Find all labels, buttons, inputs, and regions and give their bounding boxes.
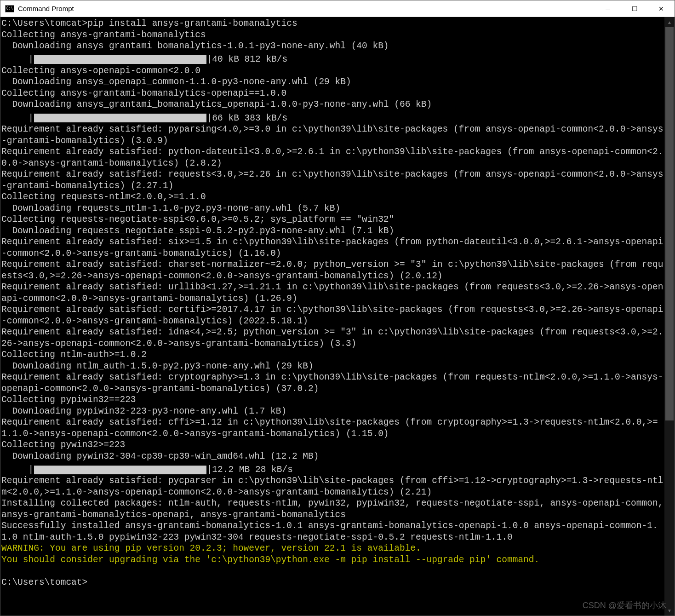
output-line: Requirement already satisfied: charset-n… [1, 259, 663, 281]
output-line: Downloading requests_ntlm-1.1.0-py2.py3-… [1, 203, 340, 213]
warning-line: WARNING: You are using pip version 20.2.… [1, 543, 421, 553]
output-line: Requirement already satisfied: cryptogra… [1, 372, 663, 394]
output-line: Collecting ansys-openapi-common<2.0.0 [1, 66, 200, 76]
output-line: Requirement already satisfied: six>=1.5 … [1, 237, 663, 259]
output-line: Collecting requests-ntlm<2.0.0,>=1.1.0 [1, 192, 206, 202]
output-line: Installing collected packages: ntlm-auth… [1, 498, 664, 520]
scroll-up-arrow[interactable]: ▲ [664, 17, 675, 27]
progress-text: 40 kB 812 kB/s [212, 54, 287, 65]
close-button[interactable]: ✕ [648, 0, 675, 17]
output-line: Downloading pypiwin32-223-py3-none-any.w… [1, 406, 286, 416]
output-line: Requirement already satisfied: idna<4,>=… [1, 327, 663, 349]
output-line: Downloading ansys_openapi_common-1.1.0-p… [1, 77, 351, 87]
minimize-button[interactable]: ─ [595, 0, 621, 17]
prompt-line: C:\Users\tomcat> [1, 577, 87, 587]
warning-line: You should consider upgrading via the 'c… [1, 555, 539, 565]
output-line: Collecting ntlm-auth>=1.0.2 [1, 350, 147, 360]
output-line: Requirement already satisfied: pyparsing… [1, 124, 663, 146]
output-line: Collecting pywin32>=223 [1, 440, 125, 450]
scroll-track[interactable] [664, 27, 675, 605]
watermark-text: CSDN @爱看书的小沐 [583, 600, 666, 611]
progress-line: || 40 kB 812 kB/s [1, 54, 287, 65]
progress-text: 12.2 MB 28 kB/s [212, 464, 293, 476]
progress-line: || 66 kB 383 kB/s [1, 113, 287, 124]
output-line: Collecting ansys-grantami-bomanalytics [1, 30, 206, 40]
output-line: Requirement already satisfied: pycparser… [1, 476, 663, 497]
vertical-scrollbar[interactable]: ▲ ▼ [664, 17, 675, 616]
output-line: Collecting requests-negotiate-sspi<0.6.0… [1, 214, 394, 225]
command-prompt-window: C:\ Command Prompt ─ ☐ ✕ C:\Users\tomcat… [0, 0, 675, 616]
progress-text: 66 kB 383 kB/s [212, 113, 287, 124]
app-icon: C:\ [5, 5, 14, 12]
output-line: Downloading ansys_grantami_bomanalytics_… [1, 99, 432, 109]
output-line: Requirement already satisfied: cffi>=1.1… [1, 417, 658, 439]
output-line: Requirement already satisfied: requests<… [1, 169, 663, 191]
scroll-thumb[interactable] [665, 27, 674, 420]
output-line: Downloading requests_negotiate_sspi-0.5.… [1, 226, 394, 236]
output-line: Requirement already satisfied: urllib3<1… [1, 282, 663, 304]
progress-line: || 12.2 MB 28 kB/s [1, 464, 293, 476]
titlebar[interactable]: C:\ Command Prompt ─ ☐ ✕ [0, 0, 675, 17]
progress-bar [34, 114, 206, 122]
output-line: Downloading ntlm_auth-1.5.0-py2.py3-none… [1, 361, 314, 371]
output-line: Requirement already satisfied: python-da… [1, 147, 663, 168]
output-line: Downloading ansys_grantami_bomanalytics-… [1, 41, 389, 51]
output-line: Requirement already satisfied: certifi>=… [1, 305, 663, 326]
output-line: Collecting ansys-grantami-bomanalytics-o… [1, 88, 286, 98]
window-title: Command Prompt [18, 5, 74, 12]
output-line: Successfully installed ansys-grantami-bo… [1, 521, 658, 542]
maximize-button[interactable]: ☐ [621, 0, 648, 17]
terminal-area: C:\Users\tomcat>pip install ansys-granta… [0, 17, 675, 616]
progress-bar [34, 55, 206, 64]
progress-bar [34, 466, 206, 474]
output-line: C:\Users\tomcat>pip install ansys-granta… [1, 18, 297, 29]
terminal-output[interactable]: C:\Users\tomcat>pip install ansys-granta… [0, 17, 664, 616]
output-line: Collecting pypiwin32==223 [1, 395, 136, 405]
output-line: Downloading pywin32-304-cp39-cp39-win_am… [1, 451, 319, 461]
